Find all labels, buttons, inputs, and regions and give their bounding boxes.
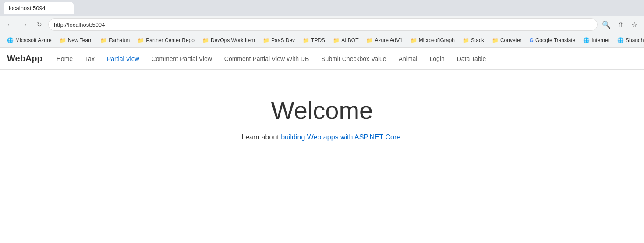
bookmark-icon: 📁 xyxy=(410,37,417,43)
nav-link-partial-view[interactable]: Partial View xyxy=(102,53,145,65)
bookmark-item[interactable]: 📁Partner Center Repo xyxy=(134,36,198,44)
bookmark-label: MicrosoftGraph xyxy=(419,37,455,43)
nav-link-login[interactable]: Login xyxy=(424,53,449,65)
webapp-nav: WebApp HomeTaxPartial ViewComment Partia… xyxy=(0,48,644,70)
bookmark-label: PaaS Dev xyxy=(271,37,295,43)
bookmark-label: New Team xyxy=(68,37,92,43)
bookmark-icon: 📁 xyxy=(202,37,209,43)
nav-link-submit-checkbox-value[interactable]: Submit Checkbox Value xyxy=(316,53,391,65)
bookmark-icon: 🌐 xyxy=(7,37,14,43)
bookmark-icon: 📁 xyxy=(492,37,499,43)
bookmark-icon: 🌐 xyxy=(617,37,624,43)
bookmark-item[interactable]: 📁PaaS Dev xyxy=(259,36,298,44)
bookmark-item[interactable]: 📁TPDS xyxy=(299,36,329,44)
nav-links: HomeTaxPartial ViewComment Partial ViewC… xyxy=(51,53,492,65)
nav-link-comment-partial-view[interactable]: Comment Partial View xyxy=(146,53,217,65)
back-button[interactable]: ← xyxy=(4,18,16,31)
bookmark-item[interactable]: 📁Conveter xyxy=(488,36,525,44)
bookmark-item[interactable]: 🌐Shanghai xyxy=(614,36,644,44)
bookmark-icon: 📁 xyxy=(60,37,66,43)
star-button[interactable]: ☆ xyxy=(628,18,640,31)
bookmark-label: TPDS xyxy=(311,37,325,43)
subtitle-text: Learn about xyxy=(241,133,281,141)
bookmark-item[interactable]: GGoogle Translate xyxy=(526,36,579,44)
nav-link-data-table[interactable]: Data Table xyxy=(452,53,492,65)
bookmark-item[interactable]: 🌐Microsoft Azure xyxy=(4,36,55,44)
bookmark-icon: G xyxy=(530,37,534,43)
toolbar-icons: 🔍 ⇧ ☆ xyxy=(600,18,640,31)
bookmark-label: Partner Center Repo xyxy=(146,37,195,43)
webapp-brand: WebApp xyxy=(7,54,42,64)
bookmark-label: Azure AdV1 xyxy=(375,37,402,43)
welcome-title: Welcome xyxy=(271,96,373,125)
main-content: Welcome Learn about building Web apps wi… xyxy=(0,70,644,168)
address-input[interactable] xyxy=(48,18,598,31)
bookmark-item[interactable]: 📁MicrosoftGraph xyxy=(407,36,458,44)
forward-button[interactable]: → xyxy=(18,18,31,31)
bookmark-item[interactable]: 📁Azure AdV1 xyxy=(363,36,406,44)
bookmark-icon: 📁 xyxy=(263,37,269,43)
browser-chrome: localhost:5094 ← → ↻ 🔍 ⇧ ☆ 🌐Microsoft Az… xyxy=(0,0,644,48)
reload-button[interactable]: ↻ xyxy=(33,18,46,31)
nav-link-animal[interactable]: Animal xyxy=(393,53,423,65)
aspnet-link[interactable]: building Web apps with ASP.NET Core xyxy=(281,133,400,141)
suffix-text: . xyxy=(400,133,402,141)
bookmark-label: AI BOT xyxy=(341,37,358,43)
bookmark-label: Conveter xyxy=(500,37,522,43)
nav-link-home[interactable]: Home xyxy=(51,53,78,65)
bookmark-icon: 🌐 xyxy=(583,37,590,43)
nav-link-comment-partial-view-with-db[interactable]: Comment Partial View With DB xyxy=(219,53,314,65)
bookmark-item[interactable]: 📁AI BOT xyxy=(329,36,362,44)
bookmark-item[interactable]: 📁Farhatun xyxy=(97,36,133,44)
bookmark-label: Shanghai xyxy=(626,37,644,43)
bookmark-icon: 📁 xyxy=(100,37,107,43)
welcome-subtitle: Learn about building Web apps with ASP.N… xyxy=(241,133,402,141)
bookmark-icon: 📁 xyxy=(463,37,469,43)
bookmark-item[interactable]: 🌐Internet xyxy=(580,36,613,44)
bookmarks-bar: 🌐Microsoft Azure📁New Team📁Farhatun📁Partn… xyxy=(0,33,644,47)
browser-tab[interactable]: localhost:5094 xyxy=(4,2,74,14)
bookmark-item[interactable]: 📁DevOps Work Item xyxy=(199,36,258,44)
bookmark-icon: 📁 xyxy=(303,37,309,43)
bookmark-icon: 📁 xyxy=(138,37,144,43)
bookmark-label: Microsoft Azure xyxy=(15,37,52,43)
bookmark-label: Google Translate xyxy=(535,37,575,43)
bookmark-item[interactable]: 📁Stack xyxy=(459,36,488,44)
search-button[interactable]: 🔍 xyxy=(600,18,612,31)
bookmark-label: Stack xyxy=(471,37,484,43)
address-bar-row: ← → ↻ 🔍 ⇧ ☆ xyxy=(0,16,644,33)
bookmark-label: Farhatun xyxy=(109,37,130,43)
bookmark-icon: 📁 xyxy=(366,37,373,43)
bookmark-icon: 📁 xyxy=(333,37,340,43)
nav-link-tax[interactable]: Tax xyxy=(80,53,100,65)
bookmark-item[interactable]: 📁New Team xyxy=(56,36,96,44)
bookmark-label: DevOps Work Item xyxy=(211,37,255,43)
tab-bar: localhost:5094 xyxy=(0,0,644,16)
share-button[interactable]: ⇧ xyxy=(614,18,626,31)
tab-label: localhost:5094 xyxy=(9,5,46,11)
bookmark-label: Internet xyxy=(591,37,609,43)
